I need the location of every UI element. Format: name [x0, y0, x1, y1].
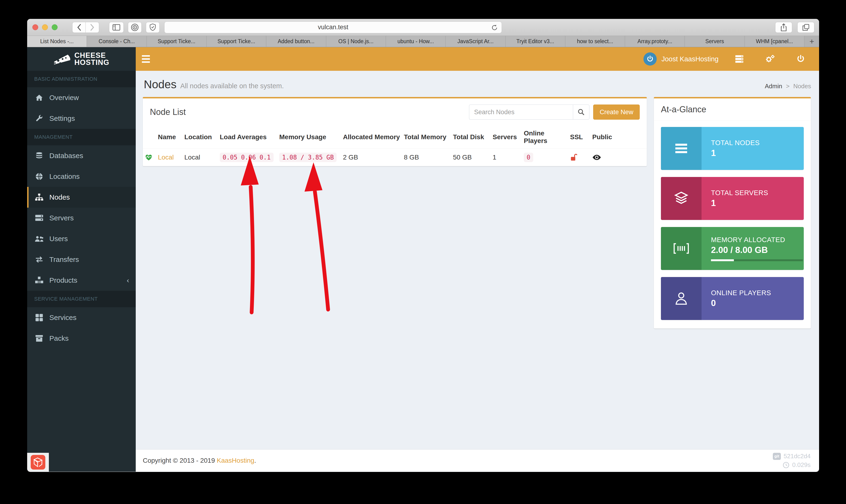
sidebar-item-transfers[interactable]: Transfers	[27, 249, 136, 270]
globe-icon	[34, 172, 44, 181]
browser-tab[interactable]: JavaScript Ar...	[446, 36, 505, 47]
ssl-unlocked-icon	[570, 154, 577, 161]
browser-tab[interactable]: Tryit Editor v3...	[506, 36, 565, 47]
table-header-allocated-memory: Allocated Memory	[341, 126, 402, 149]
cell-load-averages: 0.05 0.06 0.1	[220, 153, 274, 162]
table-header-memory-usage: Memory Usage	[277, 126, 341, 149]
address-bar[interactable]: vulcan.test	[164, 21, 502, 33]
stat-card-total-servers: TOTAL SERVERS 1	[661, 177, 804, 220]
search-input[interactable]	[469, 105, 573, 120]
node-name-link[interactable]: Local	[158, 154, 174, 161]
stat-value: 1	[711, 198, 803, 208]
stat-card-online-players: ONLINE PLAYERS 0	[661, 277, 804, 320]
table-row: Local Local 0.05 0.06 0.1 1.08 / 3.85 GB…	[143, 149, 647, 166]
glance-title: At-a-Glance	[661, 105, 706, 114]
browser-tab[interactable]: Support Ticke...	[147, 36, 207, 47]
at-a-glance-panel: At-a-Glance TOTAL NODES 1	[654, 97, 811, 328]
table-header-load-averages: Load Averages	[218, 126, 277, 149]
create-new-button[interactable]: Create New	[593, 105, 640, 120]
page-title: Nodes	[144, 78, 177, 91]
stat-label: ONLINE PLAYERS	[711, 289, 803, 297]
reload-button[interactable]	[491, 24, 498, 31]
brand-line2: HOSTING	[74, 59, 109, 66]
sidebar-collapse-button[interactable]	[136, 47, 156, 71]
browser-tab[interactable]: Console - Ch...	[87, 36, 146, 47]
admin-settings-button[interactable]	[760, 54, 780, 64]
search-icon	[577, 108, 585, 116]
sidebar-item-locations[interactable]: Locations	[27, 166, 136, 187]
breadcrumb: Admin > Nodes	[765, 83, 811, 90]
browser-tab[interactable]: how to select...	[565, 36, 625, 47]
cell-memory-usage: 1.08 / 3.85 GB	[279, 153, 337, 162]
sidebar-item-users[interactable]: Users	[27, 229, 136, 249]
browser-tab[interactable]: OS | Node.js...	[326, 36, 386, 47]
grid-icon	[34, 313, 44, 322]
browser-tab[interactable]: WHM [cpanel...	[745, 36, 805, 47]
servers-menu-button[interactable]	[729, 54, 749, 64]
transfer-arrows-icon	[34, 256, 44, 263]
share-icon	[780, 23, 787, 32]
power-icon	[796, 54, 805, 64]
stat-label: TOTAL NODES	[711, 139, 803, 147]
debugbar-toggle[interactable]	[27, 453, 49, 472]
browser-tab[interactable]: Added button...	[266, 36, 326, 47]
search-button[interactable]	[573, 105, 589, 120]
browser-tab[interactable]: ubuntu - How...	[386, 36, 446, 47]
browser-tab[interactable]: Servers	[685, 36, 744, 47]
back-button[interactable]	[72, 22, 86, 33]
share-button[interactable]	[775, 22, 792, 33]
user-menu[interactable]: Joost KaasHosting	[644, 52, 719, 66]
zoom-window-button[interactable]	[52, 24, 58, 30]
archive-box-icon	[34, 335, 44, 342]
public-eye-icon[interactable]	[592, 154, 601, 161]
cell-total-memory: 8 GB	[402, 149, 451, 166]
sidebar-item-products[interactable]: Products ‹	[27, 270, 136, 291]
minimize-window-button[interactable]	[42, 24, 48, 30]
sidebar-item-servers[interactable]: Servers	[27, 208, 136, 229]
layers-icon	[661, 177, 702, 220]
wrench-icon	[34, 114, 44, 123]
breadcrumb-admin[interactable]: Admin	[765, 83, 782, 90]
footer: Copyright © 2013 - 2019 KaasHosting . gi…	[136, 449, 819, 472]
browser-tab[interactable]: Support Ticke...	[207, 36, 266, 47]
forward-button[interactable]	[86, 22, 99, 33]
sidebar-item-packs[interactable]: Packs	[27, 328, 136, 349]
cell-allocated-memory: 2 GB	[341, 149, 402, 166]
table-header-ssl: SSL	[568, 126, 591, 149]
sidebar-item-settings[interactable]: Settings	[27, 108, 136, 129]
browser-tab[interactable]: Array.prototy...	[625, 36, 685, 47]
new-tab-button[interactable]: +	[805, 36, 819, 47]
node-table: NameLocationLoad AveragesMemory UsageAll…	[143, 126, 647, 166]
shield-extension-button[interactable]	[146, 22, 160, 33]
sidebar-item-overview[interactable]: Overview	[27, 87, 136, 108]
section-basic-administration: BASIC ADMINISTRATION	[27, 71, 136, 87]
user-name: Joost KaasHosting	[662, 55, 719, 63]
laravel-icon	[31, 455, 45, 470]
tab-overview-button[interactable]	[797, 22, 814, 33]
brand-logo[interactable]: CHEESE HOSTING	[27, 47, 136, 71]
reload-icon	[491, 24, 498, 31]
server-stack-icon	[735, 54, 744, 64]
stat-value: 1	[711, 148, 803, 158]
sidebar-item-services[interactable]: Services	[27, 307, 136, 328]
server-icon	[34, 214, 44, 222]
sidebar-toggle-button[interactable]	[109, 22, 124, 33]
sidebar-item-nodes[interactable]: Nodes	[27, 187, 136, 208]
sidebar-item-databases[interactable]: Databases	[27, 145, 136, 166]
top-navbar: Joost KaasHosting	[136, 47, 819, 71]
memory-progress-bar	[711, 259, 803, 261]
password-extension-button[interactable]	[128, 22, 142, 33]
table-header-spacer	[143, 126, 156, 149]
brand-line1: CHEESE	[74, 52, 109, 59]
table-header-location: Location	[182, 126, 218, 149]
person-icon	[661, 277, 702, 320]
kaashosting-link[interactable]: KaasHosting	[217, 457, 254, 464]
stat-value: 2.00 / 8.00 GB	[711, 245, 803, 255]
close-window-button[interactable]	[32, 24, 38, 30]
browser-tab[interactable]: List Nodes -...	[27, 36, 87, 47]
logout-button[interactable]	[791, 54, 811, 64]
breadcrumb-current: Nodes	[793, 83, 811, 90]
cell-servers: 1	[491, 149, 522, 166]
users-icon	[34, 235, 44, 243]
table-header-total-disk: Total Disk	[451, 126, 491, 149]
